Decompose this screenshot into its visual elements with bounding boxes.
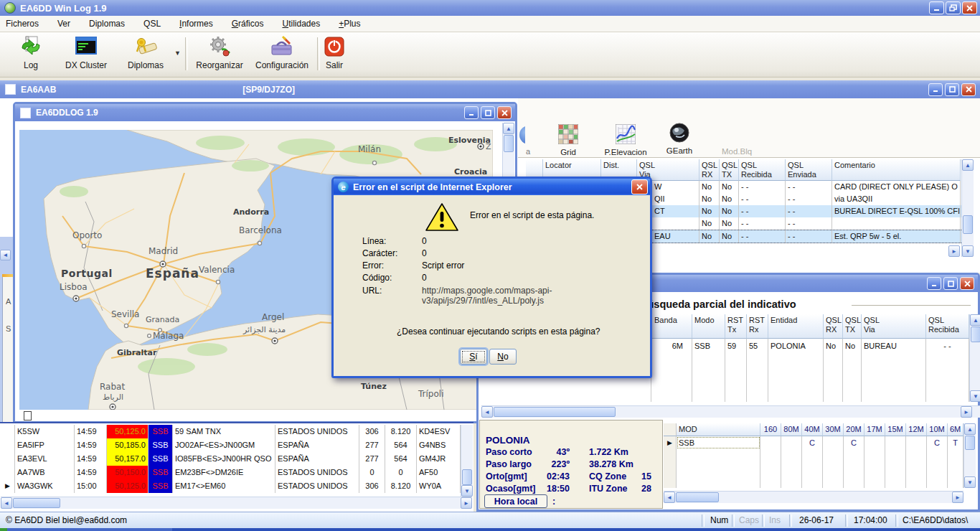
maximize-button[interactable]: [943, 277, 958, 290]
scroll-down-button[interactable]: ▼: [962, 245, 974, 257]
scroll-right-button[interactable]: ►: [952, 492, 963, 503]
scroll-up-button[interactable]: ▲: [970, 314, 980, 326]
scroll-thumb[interactable]: [963, 215, 973, 234]
cluster-window: K5SW14:5950,125.0SSB59 SAM TNXESTADOS UN…: [0, 422, 473, 512]
field-label: URL:: [362, 286, 382, 296]
scroll-thumb[interactable]: [504, 135, 514, 152]
dialog-titlebar[interactable]: e Error en el script de Internet Explore…: [334, 179, 650, 195]
scroll-down-button[interactable]: ▼: [461, 485, 473, 497]
scroll-thumb[interactable]: [494, 407, 616, 417]
reorganizar-button[interactable]: Reorganizar: [191, 35, 248, 74]
scroll-down-button[interactable]: ▼: [970, 390, 980, 402]
minimize-button[interactable]: [929, 1, 944, 14]
scroll-down-button[interactable]: ▼: [964, 476, 976, 488]
log-button[interactable]: Log: [10, 35, 52, 74]
minimize-button[interactable]: [464, 106, 479, 119]
toolbar-separator: [185, 37, 188, 70]
dialog-message: Error en el script de esta página.: [470, 210, 594, 220]
cell-qtx: [843, 354, 862, 370]
scroll-thumb[interactable]: [676, 492, 719, 502]
diplomas-dropdown-arrow[interactable]: ▼: [174, 50, 181, 57]
table-row[interactable]: EA3EVL14:5950,157.0SSBIO85FB<ES>JN00HR Q…: [1, 452, 461, 466]
statusbar: © EA6DD Biel biel@ea6dd.com Num Caps Ins…: [0, 512, 980, 529]
yes-button[interactable]: Sí: [460, 349, 487, 365]
mod-table-header[interactable]: MOD 160 80M 40M 30M 20M 17M 15M 12M 10M …: [664, 423, 963, 436]
minimize-icon: [933, 86, 939, 93]
scroll-thumb[interactable]: [462, 469, 472, 485]
gearth-tool-button[interactable]: GEarth: [658, 122, 701, 155]
scroll-up-button[interactable]: ▲: [962, 159, 974, 171]
diplomas-button[interactable]: Diplomas: [121, 35, 171, 74]
scroll-thumb[interactable]: [971, 326, 980, 342]
scroll-up-button[interactable]: ▲: [964, 423, 976, 435]
no-button[interactable]: No: [489, 349, 517, 365]
map-window-titlebar[interactable]: EA6DDLOG 1.9: [15, 104, 515, 121]
scroll-thumb[interactable]: [13, 498, 60, 508]
configuracion-button[interactable]: Configuración: [251, 35, 313, 74]
cell-qrec: [926, 370, 969, 386]
scroll-left-button[interactable]: ◄: [664, 492, 675, 503]
menu-item-ver[interactable]: Ver: [57, 19, 70, 29]
table-row[interactable]: EA5IFP14:5950,185.0SSBJO02AF<ES>JN00GMES…: [1, 438, 461, 452]
menu-item-grficos[interactable]: Gráficos: [232, 19, 264, 29]
table-row[interactable]: AA7WB14:5950,150.0SSBEM23BF<>DM26IEESTAD…: [1, 466, 461, 479]
salir-button[interactable]: Salir: [320, 35, 349, 74]
menu-item-diplomas[interactable]: Diplomas: [89, 19, 125, 29]
grid-tool-label: Grid: [547, 148, 590, 156]
close-button[interactable]: [961, 83, 976, 96]
info-value: 1.722 Km: [589, 447, 628, 457]
internet-explorer-icon: e: [338, 182, 349, 192]
menu-item-plus[interactable]: +Plus: [339, 19, 360, 29]
menu-item-ficheros[interactable]: Ficheros: [6, 19, 39, 29]
qso-table-vscrollbar[interactable]: ▲ ▼: [961, 159, 974, 257]
pelevacion-tool-button[interactable]: P.Elevacion: [597, 124, 654, 156]
menu-item-utilidades[interactable]: Utilidades: [282, 19, 320, 29]
qso-table-hscroll-right[interactable]: ►: [948, 245, 960, 257]
minimize-button[interactable]: [927, 277, 941, 290]
cell-sel: [664, 449, 677, 462]
maximize-button[interactable]: [945, 83, 959, 96]
close-button[interactable]: [962, 1, 977, 14]
restore-button[interactable]: [946, 1, 961, 14]
table-row[interactable]: [664, 475, 963, 488]
cell-n1: 306: [359, 425, 385, 438]
cell-b6: T: [948, 436, 963, 449]
scroll-left-button[interactable]: ◄: [481, 406, 493, 418]
dx-cluster-button[interactable]: DX Cluster: [62, 35, 110, 74]
scroll-left-button[interactable]: ◄: [0, 250, 11, 260]
scroll-left-button[interactable]: ◄: [1, 497, 12, 509]
hora-local-button[interactable]: Hora local: [484, 494, 547, 508]
search-table-vscrollbar[interactable]: ▲ ▼: [969, 314, 980, 402]
cluster-vscrollbar[interactable]: ▼: [461, 425, 473, 497]
cell-rx: No: [699, 230, 720, 243]
map-label: Milán: [358, 144, 381, 154]
scroll-up-button[interactable]: ▲: [503, 123, 514, 134]
cell-grid: EM17<>EM60: [173, 479, 275, 493]
cluster-hscrollbar[interactable]: ◄ ►: [1, 497, 472, 509]
table-row[interactable]: [664, 449, 963, 462]
table-row[interactable]: K5SW14:5950,125.0SSB59 SAM TNXESTADOS UN…: [1, 425, 461, 438]
minimize-button[interactable]: [928, 83, 943, 96]
search-hscrollbar[interactable]: ◄ ►: [481, 405, 980, 418]
close-button[interactable]: [960, 277, 974, 290]
scroll-thumb[interactable]: [965, 436, 975, 450]
table-row[interactable]: ▶WA3GWK15:0050,125.0SSBEM17<>EM60ESTADOS…: [1, 479, 461, 493]
mod-table-vscrollbar[interactable]: ▲ ▼: [963, 423, 976, 488]
table-row[interactable]: ▶SSBCCCT: [664, 436, 963, 449]
menu-item-informes[interactable]: Informes: [179, 19, 213, 29]
table-row[interactable]: [664, 462, 963, 475]
mod-hscrollbar[interactable]: ◄ ►: [664, 491, 963, 503]
scroll-right-button[interactable]: ►: [461, 497, 472, 509]
close-button[interactable]: [497, 106, 512, 119]
cell-qvia: [862, 386, 926, 402]
dialog-close-button[interactable]: [631, 179, 648, 194]
table-row[interactable]: [481, 386, 969, 402]
cell-sel: ▶: [664, 436, 677, 449]
log-window-titlebar[interactable]: EA6AAB [SP9/DJ7ZO]: [0, 80, 980, 98]
grid-tool-button[interactable]: Grid: [547, 124, 590, 156]
scroll-right-button[interactable]: ►: [961, 406, 972, 418]
cell-sel: [1, 452, 15, 466]
maximize-button[interactable]: [481, 106, 495, 119]
map-label: España: [146, 266, 199, 281]
menu-item-qsl[interactable]: QSL: [143, 19, 161, 29]
